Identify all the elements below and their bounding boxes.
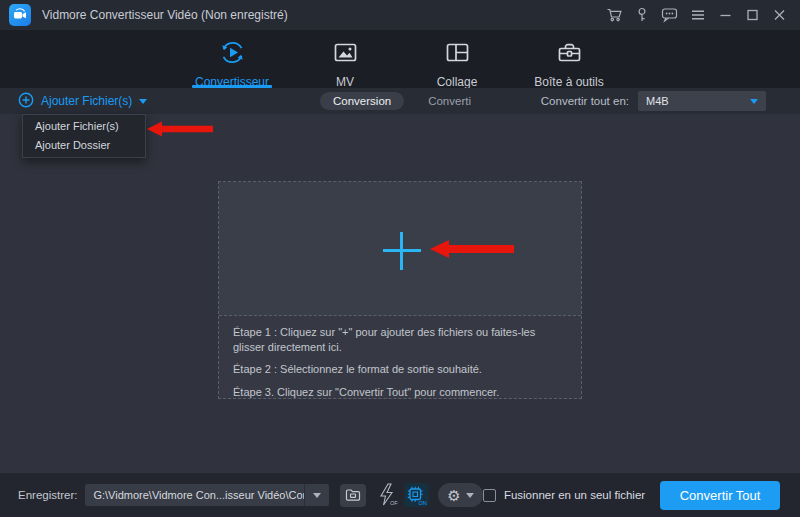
- convert-all-label: Convertir tout en:: [541, 95, 629, 107]
- view-tab-conversion[interactable]: Conversion: [320, 92, 404, 110]
- step-1-text: Étape 1 : Cliquez sur "+" pour ajouter d…: [233, 325, 567, 354]
- collage-icon: [444, 39, 471, 70]
- cart-icon[interactable]: [606, 7, 623, 23]
- add-files-label: Ajouter Fichier(s): [41, 94, 132, 108]
- add-files-button[interactable]: Ajouter Fichier(s): [18, 88, 147, 114]
- instruction-steps: Étape 1 : Cliquez sur "+" pour ajouter d…: [219, 316, 581, 399]
- folder-icon: [345, 488, 361, 502]
- app-logo-icon: [9, 4, 31, 26]
- menu-icon[interactable]: [690, 7, 706, 23]
- save-to-label: Enregistrer:: [18, 489, 77, 501]
- tab-label: MV: [336, 75, 354, 89]
- gpu-accel-toggle[interactable]: ON: [404, 483, 429, 507]
- close-icon[interactable]: [772, 7, 787, 23]
- path-dropdown-toggle[interactable]: [304, 484, 329, 506]
- window-title: Vidmore Convertisseur Vidéo (Non enregis…: [42, 8, 288, 22]
- chevron-down-icon: [466, 493, 474, 498]
- bottom-bar: Enregistrer: G:\Vidmore\Vidmore Con...is…: [0, 473, 800, 517]
- selected-format: M4B: [646, 95, 669, 107]
- tab-boite-a-outils[interactable]: Boîte à outils: [527, 30, 611, 88]
- settings-button[interactable]: ⚙: [438, 483, 483, 507]
- add-files-dropdown-menu: Ajouter Fichier(s) Ajouter Dossier: [22, 114, 146, 158]
- gear-icon: ⚙: [447, 488, 460, 503]
- menu-item-ajouter-fichiers[interactable]: Ajouter Fichier(s): [23, 117, 145, 136]
- red-arrow-annotation-menu: [147, 119, 213, 139]
- add-crosshair-icon: [400, 232, 403, 270]
- output-path-select[interactable]: G:\Vidmore\Vidmore Con...isseur Vidéo\Co…: [85, 484, 329, 506]
- hw-accel-toggle[interactable]: OFF: [374, 483, 398, 508]
- red-arrow-annotation-crosshair: [430, 237, 514, 261]
- open-folder-button[interactable]: [340, 484, 366, 507]
- drop-area[interactable]: [219, 182, 581, 316]
- converter-icon: [219, 39, 246, 70]
- menu-item-ajouter-dossier[interactable]: Ajouter Dossier: [23, 136, 145, 155]
- merge-checkbox[interactable]: [483, 489, 496, 502]
- tab-convertisseur[interactable]: Convertisseur: [189, 30, 275, 88]
- output-path-value: G:\Vidmore\Vidmore Con...isseur Vidéo\Co…: [85, 489, 304, 501]
- mv-icon: [332, 39, 359, 70]
- hw-accel-state: OFF: [390, 500, 398, 506]
- key-icon[interactable]: [635, 7, 649, 23]
- toolbar: Ajouter Fichier(s) Conversion Converti C…: [0, 88, 800, 114]
- gpu-state: ON: [419, 500, 427, 506]
- tab-label: Collage: [437, 75, 478, 89]
- convert-all-button[interactable]: Convertir Tout: [660, 481, 780, 510]
- view-tab-converti[interactable]: Converti: [428, 95, 471, 107]
- tab-mv[interactable]: MV: [303, 30, 387, 88]
- chevron-down-icon: [313, 493, 321, 498]
- main-tabbar: Convertisseur MV Collage: [0, 30, 800, 88]
- vidmore-app-window: Vidmore Convertisseur Vidéo (Non enregis…: [0, 0, 800, 517]
- merge-label: Fusionner en un seul fichier: [504, 489, 645, 501]
- step-2-text: Étape 2 : Sélectionnez le format de sort…: [233, 362, 567, 377]
- chevron-down-icon: [750, 99, 758, 104]
- tab-label: Boîte à outils: [534, 75, 603, 89]
- toolbox-icon: [556, 39, 583, 70]
- maximize-icon[interactable]: [745, 7, 760, 23]
- feedback-icon[interactable]: [661, 7, 678, 23]
- titlebar: Vidmore Convertisseur Vidéo (Non enregis…: [0, 0, 800, 30]
- chevron-down-icon: [139, 99, 147, 104]
- merge-option[interactable]: Fusionner en un seul fichier: [483, 489, 645, 502]
- step-3-text: Étape 3. Cliquez sur "Convertir Tout" po…: [233, 385, 567, 400]
- minimize-icon[interactable]: [718, 7, 733, 23]
- plus-circle-icon: [18, 92, 34, 111]
- tab-collage[interactable]: Collage: [415, 30, 499, 88]
- output-format-select[interactable]: M4B: [638, 91, 766, 111]
- file-drop-zone[interactable]: Étape 1 : Cliquez sur "+" pour ajouter d…: [218, 181, 582, 399]
